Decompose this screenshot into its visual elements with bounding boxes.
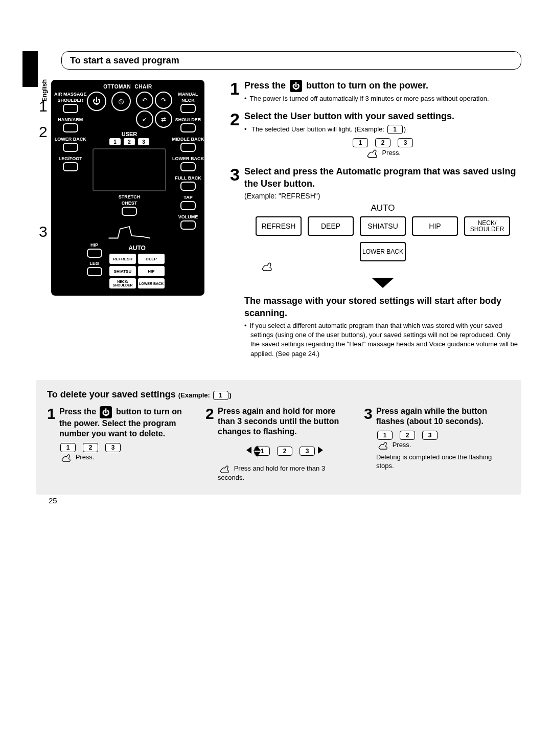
auto-hip-button[interactable]: HIP bbox=[138, 266, 165, 276]
chair-down-button[interactable]: ⇄ bbox=[155, 110, 172, 128]
callout-2: 2 bbox=[39, 123, 48, 141]
hand-icon bbox=[376, 441, 390, 450]
auto-label: AUTO bbox=[102, 244, 172, 252]
hand-icon bbox=[365, 148, 380, 159]
auto-lowerback-button[interactable]: LOWER BACK bbox=[138, 278, 165, 288]
callout-1: 1 bbox=[39, 98, 48, 115]
user-key-3[interactable]: 3 bbox=[398, 138, 413, 147]
del1-press: Press. bbox=[76, 454, 95, 461]
tap-label: TAP bbox=[183, 195, 192, 200]
del3-press: Press. bbox=[393, 441, 411, 449]
del3-key-2[interactable]: 2 bbox=[400, 431, 415, 440]
middleback-button[interactable] bbox=[180, 143, 196, 152]
neck-label: NECK bbox=[181, 98, 195, 103]
leg-button[interactable] bbox=[87, 267, 102, 276]
lowerback-left-button[interactable] bbox=[63, 143, 78, 152]
auto-shiatsu-button[interactable]: SHIATSU bbox=[109, 266, 136, 276]
example-lowerback-button[interactable]: LOWER BACK bbox=[360, 242, 406, 261]
step-1-title-after: button to turn on the power. bbox=[306, 80, 428, 91]
shoulder-right-button[interactable] bbox=[180, 123, 196, 132]
auto-refresh-button[interactable]: REFRESH bbox=[109, 254, 136, 264]
result-bullet: If you select a different automatic prog… bbox=[244, 321, 521, 359]
auto-header: AUTO bbox=[244, 203, 521, 213]
volume-button[interactable] bbox=[180, 220, 196, 230]
flash-arrow-left-icon bbox=[246, 447, 251, 454]
del1-key-1[interactable]: 1 bbox=[60, 443, 76, 452]
step-2-title: Select the User button with your saved s… bbox=[244, 110, 521, 122]
lowerback-left-label: LOWER BACK bbox=[55, 137, 86, 142]
delete-step-1-number: 1 bbox=[47, 406, 59, 482]
ottoman-up-button[interactable]: ↶ bbox=[136, 92, 153, 109]
lowerback-right-button[interactable] bbox=[180, 162, 196, 171]
example-neckshoulder-button[interactable]: NECK/ SHOULDER bbox=[464, 216, 510, 236]
flash-arrow-down-icon bbox=[254, 452, 261, 457]
delete-step-3-text: Press again while the button flashes (ab… bbox=[376, 407, 487, 426]
manual-label: MANUAL bbox=[178, 92, 198, 97]
legfoot-button[interactable] bbox=[63, 162, 78, 171]
tap-button[interactable] bbox=[180, 201, 196, 210]
example-refresh-button[interactable]: REFRESH bbox=[256, 216, 302, 236]
power-icon: ⏻ bbox=[100, 406, 112, 418]
auto-deep-button[interactable]: DEEP bbox=[138, 254, 165, 264]
fullback-button[interactable] bbox=[180, 182, 196, 191]
user-label: USER bbox=[122, 131, 137, 137]
hip-label: HIP bbox=[87, 242, 102, 248]
del3-key-3[interactable]: 3 bbox=[422, 431, 438, 440]
leg-label: LEG bbox=[87, 261, 102, 266]
remote-screen bbox=[93, 148, 166, 191]
user-3-button[interactable]: 3 bbox=[138, 138, 149, 145]
chest-label: CHEST bbox=[122, 201, 137, 206]
remote-top-labels: OTTOMAN CHAIR bbox=[51, 84, 204, 90]
hand-icon bbox=[260, 261, 275, 272]
ottoman-down-button[interactable]: ↙ bbox=[136, 110, 153, 128]
user-key-2[interactable]: 2 bbox=[375, 138, 390, 147]
callout-3: 3 bbox=[39, 223, 48, 240]
remote-panel: OTTOMAN CHAIR AIR MASSAGE SHOULDER HAND/… bbox=[51, 80, 204, 296]
step-2-number: 2 bbox=[230, 110, 244, 159]
step-2-bullet-after: ) bbox=[404, 125, 406, 133]
flash-arrow-up-icon bbox=[254, 446, 261, 451]
example-shiatsu-button[interactable]: SHIATSU bbox=[360, 216, 406, 236]
air-massage-label: AIR MASSAGE bbox=[54, 92, 87, 97]
volume-label: VOLUME bbox=[178, 214, 198, 219]
user-1-button[interactable]: 1 bbox=[109, 138, 121, 145]
user-key-1[interactable]: 1 bbox=[353, 138, 368, 147]
power-button[interactable]: ⏻ bbox=[87, 92, 106, 111]
del2-key-3[interactable]: 3 bbox=[300, 447, 315, 456]
handarm-label: HAND/ARM bbox=[58, 117, 83, 122]
hand-icon bbox=[218, 464, 232, 474]
lowerback-right-label: LOWER BACK bbox=[172, 156, 204, 161]
del2-key-2[interactable]: 2 bbox=[277, 447, 292, 456]
shoulder-button[interactable] bbox=[63, 104, 78, 113]
delete-section: To delete your saved settings (Example: … bbox=[36, 380, 521, 495]
del3-key-1[interactable]: 1 bbox=[377, 431, 393, 440]
chair-graphic bbox=[106, 221, 152, 241]
step-1-title: Press the ⏻ button to turn on the power. bbox=[244, 80, 521, 92]
example-hip-button[interactable]: HIP bbox=[412, 216, 458, 236]
del1-key-3[interactable]: 3 bbox=[105, 443, 121, 452]
hip-button[interactable] bbox=[87, 249, 102, 258]
example-deep-button[interactable]: DEEP bbox=[308, 216, 354, 236]
stop-button[interactable]: ⦸ bbox=[111, 92, 131, 111]
del1-key-2[interactable]: 2 bbox=[83, 443, 98, 452]
shoulder-right-label: SHOULDER bbox=[175, 117, 201, 122]
handarm-button[interactable] bbox=[63, 123, 78, 132]
ottoman-label: OTTOMAN bbox=[103, 84, 131, 90]
arrow-down-icon bbox=[372, 278, 394, 288]
shoulder-label: SHOULDER bbox=[58, 98, 84, 103]
neck-button[interactable] bbox=[180, 104, 196, 113]
auto-neckshoulder-button[interactable]: NECK/ SHOULDER bbox=[109, 278, 136, 288]
page-number: 25 bbox=[49, 496, 57, 505]
step-3-number: 3 bbox=[230, 166, 244, 358]
stretch-label: STRETCH bbox=[119, 194, 141, 199]
section-title: To start a saved program bbox=[70, 55, 179, 66]
delete-step-1-before: Press the bbox=[59, 408, 98, 416]
user-2-button[interactable]: 2 bbox=[124, 138, 135, 145]
chair-label: CHAIR bbox=[134, 84, 152, 90]
user-buttons-row: 1 2 3 bbox=[109, 138, 149, 145]
legfoot-label: LEG/FOOT bbox=[59, 156, 82, 161]
chest-button[interactable] bbox=[122, 207, 137, 216]
step-1-number: 1 bbox=[230, 80, 244, 103]
step-1-title-before: Press the bbox=[244, 80, 288, 91]
chair-up-button[interactable]: ↷ bbox=[155, 92, 172, 109]
